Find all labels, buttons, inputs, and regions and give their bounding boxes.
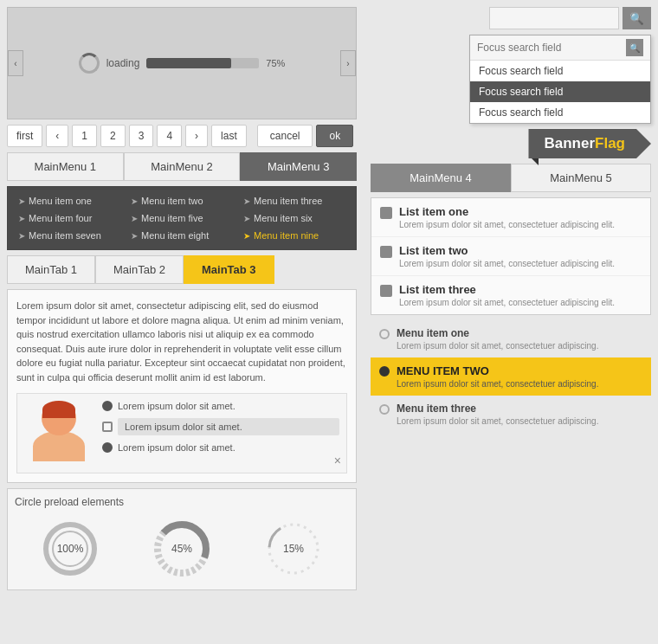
search-dropdown-input[interactable] — [477, 42, 623, 54]
menu-grid-item-9[interactable]: ➤ Menu item nine — [240, 229, 349, 242]
avatar-hair — [42, 401, 75, 418]
search-dropdown-header: 🔍 — [470, 35, 650, 61]
page-4-button[interactable]: 4 — [157, 125, 182, 147]
page-next-button[interactable]: › — [185, 125, 208, 147]
arrow-icon: ➤ — [243, 214, 250, 223]
list-item-content-2: List item two Lorem ipsum dolor sit amet… — [399, 244, 642, 268]
page-last-button[interactable]: last — [211, 125, 247, 147]
menu-grid-item-5[interactable]: ➤ Menu item five — [127, 211, 236, 225]
page-first-button[interactable]: first — [7, 125, 42, 147]
menu-grid-label-1: Menu item one — [29, 196, 92, 206]
avatar-shoulders — [33, 431, 85, 461]
menu-grid-item-2[interactable]: ➤ Menu item two — [127, 194, 236, 208]
arrow-icon: ➤ — [18, 196, 25, 206]
menu-items-grid: ➤ Menu item one ➤ Menu item two ➤ Menu i… — [7, 186, 357, 250]
menu-radio-content-2: MENU ITEM TWO Lorem ipsum dolor sit amet… — [397, 364, 598, 389]
menu-grid-item-7[interactable]: ➤ Menu item seven — [15, 229, 124, 242]
page-prev-button[interactable]: ‹ — [46, 125, 68, 147]
pagination-row: first ‹ 1 2 3 4 › last cancel ok — [7, 125, 357, 147]
page-2-button[interactable]: 2 — [100, 125, 126, 147]
radio-circle-2 — [102, 422, 113, 432]
page-1-button[interactable]: 1 — [72, 125, 97, 147]
radio-item-1[interactable]: Lorem ipsum dolor sit amet. — [102, 401, 339, 411]
main-tab-3[interactable]: MainTab 3 — [184, 255, 274, 284]
menu-radio-item-1[interactable]: Menu item one Lorem ipsum dolor sit amet… — [371, 320, 651, 357]
avatar-body — [29, 401, 89, 466]
list-radio-3[interactable] — [380, 285, 392, 297]
list-item-content-1: List item one Lorem ipsum dolor sit amet… — [399, 205, 642, 229]
list-radio-2[interactable] — [380, 246, 392, 258]
menu-tab-2[interactable]: MainMenu 2 — [124, 152, 241, 181]
list-item-desc-2: Lorem ipsum dolor sit amet, consectetuer… — [399, 259, 642, 268]
menu-grid-label-5: Menu item five — [141, 213, 203, 223]
right-menu-tab-5[interactable]: MainMenu 5 — [511, 164, 651, 192]
radio-item-3[interactable]: Lorem ipsum dolor sit amet. — [102, 442, 339, 453]
right-menu-tabs: MainMenu 4 MainMenu 5 — [371, 164, 651, 192]
main-tab-2[interactable]: MainTab 2 — [95, 255, 184, 284]
nav-arrow-left[interactable]: ‹ — [8, 50, 23, 76]
menu-radio-dot-1 — [379, 329, 390, 339]
list-item-row-2: List item two Lorem ipsum dolor sit amet… — [371, 237, 650, 276]
search-dropdown-item-2[interactable]: Focus search field — [470, 81, 650, 102]
list-items-box: List item one Lorem ipsum dolor sit amet… — [371, 197, 651, 315]
menu-tab-1[interactable]: MainMenu 1 — [7, 152, 124, 181]
list-radio-1[interactable] — [380, 207, 392, 219]
circle-preload-title: Circle preload elements — [15, 496, 349, 508]
right-menu-tab-4[interactable]: MainMenu 4 — [371, 164, 511, 192]
arrow-icon-highlighted: ➤ — [243, 231, 250, 241]
page-3-button[interactable]: 3 — [129, 125, 154, 147]
list-item-row-3: List item three Lorem ipsum dolor sit am… — [371, 276, 650, 314]
banner-area: BannerFlag — [371, 129, 651, 158]
arrow-icon: ➤ — [18, 231, 25, 241]
search-dropdown-button[interactable]: 🔍 — [626, 39, 643, 56]
search-icon-top: 🔍 — [629, 12, 644, 25]
search-dropdown: 🔍 Focus search field Focus search field … — [469, 35, 651, 124]
left-menu-tabs: MainMenu 1 MainMenu 2 MainMenu 3 — [7, 152, 357, 181]
menu-radio-desc-2: Lorem ipsum dolor sit amet, consectetuer… — [397, 379, 598, 389]
svg-text:15%: 15% — [283, 543, 304, 555]
menu-radio-content-3: Menu item three Lorem ipsum dolor sit am… — [397, 402, 598, 426]
menu-radio-title-1: Menu item one — [397, 327, 598, 339]
loading-text: loading — [106, 57, 140, 69]
menu-tab-3[interactable]: MainMenu 3 — [240, 152, 357, 181]
main-tab-1[interactable]: MainTab 1 — [7, 255, 95, 284]
search-button-top[interactable]: 🔍 — [623, 7, 651, 29]
list-item-desc-1: Lorem ipsum dolor sit amet, consectetuer… — [399, 220, 642, 229]
search-input-top[interactable] — [489, 7, 619, 29]
arrow-icon: ➤ — [131, 196, 138, 206]
nav-arrow-right[interactable]: › — [340, 50, 356, 76]
menu-radio-dot-2 — [379, 366, 390, 377]
radio-label-3: Lorem ipsum dolor sit amet. — [118, 442, 235, 453]
menu-grid-item-3[interactable]: ➤ Menu item three — [240, 194, 349, 208]
radio-circle-3 — [102, 442, 113, 453]
menu-grid-label-8: Menu item eight — [141, 230, 209, 241]
left-panel: ‹ loading 75% › first ‹ 1 2 3 4 › last c… — [0, 0, 364, 644]
content-box: Lorem ipsum dolor sit amet, consectetur … — [7, 289, 357, 483]
ok-button[interactable]: ok — [316, 125, 353, 147]
radio-list: Lorem ipsum dolor sit amet. Lorem ipsum … — [102, 401, 339, 453]
menu-grid-item-8[interactable]: ➤ Menu item eight — [127, 229, 236, 242]
radio-circle-1 — [102, 401, 113, 411]
search-dropdown-item-3[interactable]: Focus search field — [470, 102, 650, 123]
menu-grid-item-4[interactable]: ➤ Menu item four — [15, 211, 124, 225]
menu-radio-item-3[interactable]: Menu item three Lorem ipsum dolor sit am… — [371, 396, 651, 433]
list-item-title-1: List item one — [399, 205, 642, 218]
cancel-button[interactable]: cancel — [257, 125, 313, 147]
menu-grid-label-9: Menu item nine — [254, 230, 319, 241]
menu-grid-item-6[interactable]: ➤ Menu item six — [240, 211, 349, 225]
menu-grid-label-6: Menu item six — [254, 213, 313, 223]
menu-grid-label-4: Menu item four — [29, 213, 92, 223]
menu-grid-label-3: Menu item three — [254, 196, 322, 206]
menu-grid-item-1[interactable]: ➤ Menu item one — [15, 194, 124, 208]
menu-radio-desc-1: Lorem ipsum dolor sit amet, consectetuer… — [397, 341, 598, 351]
radio-item-2[interactable]: Lorem ipsum dolor sit amet. — [102, 418, 339, 435]
radio-label-2: Lorem ipsum dolor sit amet. — [118, 418, 339, 435]
right-panel: 🔍 🔍 Focus search field Focus search fiel… — [364, 0, 658, 644]
user-section: Lorem ipsum dolor sit amet. Lorem ipsum … — [16, 393, 347, 473]
menu-radio-item-2[interactable]: MENU ITEM TWO Lorem ipsum dolor sit amet… — [371, 357, 651, 396]
banner-tail — [532, 158, 539, 165]
list-item-title-3: List item three — [399, 283, 642, 296]
search-dropdown-item-1[interactable]: Focus search field — [470, 61, 650, 81]
circle-item-100: 100% — [40, 518, 100, 579]
close-button[interactable]: × — [334, 454, 341, 467]
